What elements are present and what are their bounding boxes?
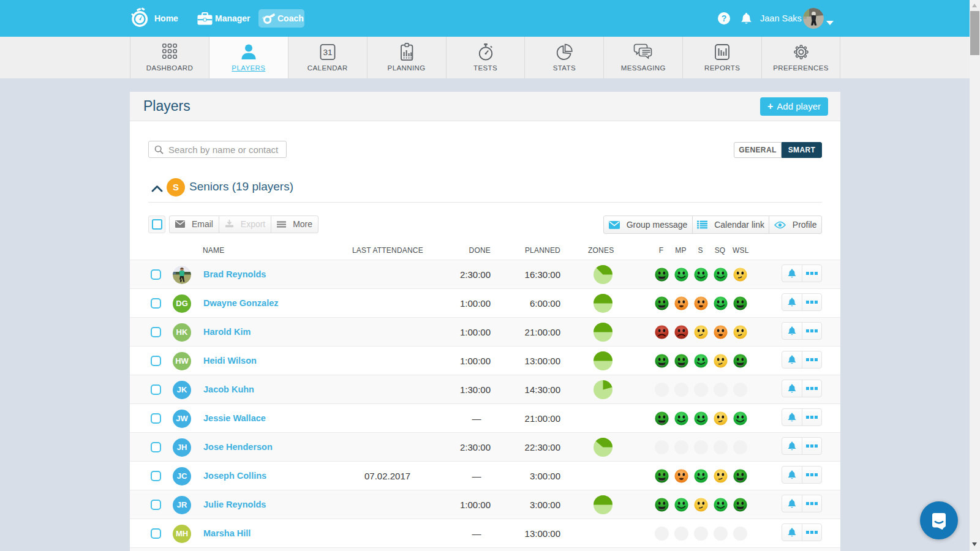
svg-text:?: ?	[722, 13, 727, 23]
svg-text:31: 31	[323, 48, 332, 57]
